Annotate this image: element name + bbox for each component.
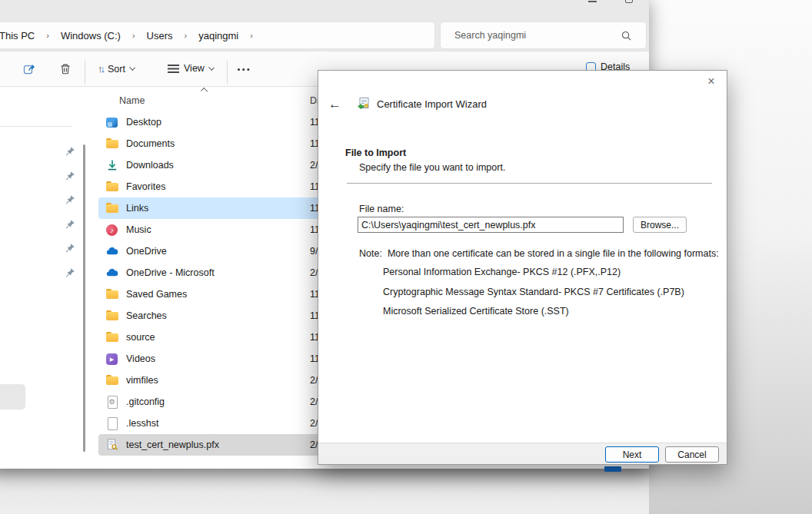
folder-icon bbox=[105, 374, 118, 387]
format-pkcs12: Personal Information Exchange- PKCS #12 … bbox=[383, 267, 621, 277]
chevron-right-icon: › bbox=[125, 31, 142, 40]
dialog-header: ← Certificate Import Wizard bbox=[318, 94, 727, 114]
next-button[interactable]: Next bbox=[605, 446, 659, 463]
file-name: Desktop bbox=[126, 117, 161, 128]
pin-icon[interactable] bbox=[65, 171, 75, 181]
desktop-icon bbox=[105, 116, 118, 129]
file-date: 2/ bbox=[310, 439, 318, 450]
file-name: Music bbox=[126, 224, 151, 235]
certificate-import-wizard-dialog: × ← Certificate Import Wizard File to Im… bbox=[318, 70, 727, 465]
section-subtitle: Specify the file you want to import. bbox=[359, 162, 505, 173]
pin-icon[interactable] bbox=[65, 146, 75, 157]
file-name: test_cert_newplus.pfx bbox=[126, 439, 219, 450]
dialog-footer: Next Cancel bbox=[318, 443, 727, 464]
folder-icon bbox=[105, 181, 118, 194]
file-name: .gitconfig bbox=[126, 396, 165, 407]
file-name: OneDrive - Microsoft bbox=[126, 267, 215, 278]
file-name: Downloads bbox=[126, 160, 174, 171]
trash-icon bbox=[59, 63, 72, 78]
downloads-icon bbox=[105, 159, 118, 172]
more-options-button[interactable] bbox=[238, 68, 249, 71]
toolbar-divider bbox=[227, 61, 228, 84]
cloud-icon bbox=[105, 245, 118, 258]
browse-button[interactable]: Browse... bbox=[633, 217, 687, 233]
file-date: 9/ bbox=[310, 246, 318, 257]
breadcrumb-yaqingmi[interactable]: yaqingmi bbox=[194, 30, 243, 41]
doc-gear-icon bbox=[105, 396, 118, 409]
sort-label: Sort bbox=[108, 64, 125, 75]
nav-divider bbox=[0, 126, 72, 127]
file-name: Searches bbox=[126, 310, 167, 321]
search-input[interactable] bbox=[453, 22, 614, 48]
more-icon bbox=[238, 68, 240, 71]
cancel-button[interactable]: Cancel bbox=[665, 446, 719, 463]
delete-button[interactable] bbox=[59, 63, 72, 78]
file-date: 2/ bbox=[310, 418, 318, 429]
note-body: More than one certificate can be stored … bbox=[388, 248, 719, 259]
close-icon[interactable]: × bbox=[703, 73, 720, 90]
screen: 5 1:45 PM Object File Library 2 KB 5 1:5… bbox=[0, 0, 812, 514]
column-header-name[interactable]: Name bbox=[119, 95, 145, 106]
file-date: 2/ bbox=[310, 267, 318, 278]
format-sst: Microsoft Serialized Certificate Store (… bbox=[383, 306, 569, 317]
folder-icon bbox=[105, 202, 118, 215]
breadcrumb-this-pc[interactable]: This PC bbox=[0, 30, 39, 41]
maximize-icon[interactable] bbox=[625, 0, 633, 3]
file-date: 2/ bbox=[310, 375, 318, 386]
music-icon bbox=[105, 224, 118, 237]
chevron-right-icon: › bbox=[39, 31, 56, 40]
doc-icon bbox=[105, 417, 118, 430]
section-divider bbox=[347, 183, 712, 184]
file-date: 2/ bbox=[310, 160, 318, 171]
file-name: vimfiles bbox=[126, 375, 158, 386]
file-name: OneDrive bbox=[126, 246, 167, 257]
videos-icon bbox=[105, 353, 118, 366]
cert-icon bbox=[105, 439, 118, 452]
sort-icon: ↑↓ bbox=[98, 63, 103, 75]
section-title: File to Import bbox=[345, 148, 406, 158]
nav-scrollbar[interactable] bbox=[83, 144, 85, 452]
file-name-label: File name: bbox=[359, 204, 404, 214]
chevron-down-icon bbox=[129, 65, 135, 71]
sort-button[interactable]: ↑↓ Sort bbox=[98, 63, 135, 75]
selection-fragment bbox=[604, 466, 621, 472]
file-name: Favorites bbox=[126, 181, 165, 192]
file-name: Videos bbox=[126, 353, 155, 364]
pin-icon[interactable] bbox=[65, 267, 75, 278]
cloud-icon bbox=[105, 267, 118, 280]
share-button[interactable] bbox=[23, 63, 36, 78]
pin-icon[interactable] bbox=[65, 243, 75, 254]
file-date: 2/ bbox=[310, 396, 318, 407]
breadcrumb-users[interactable]: Users bbox=[142, 30, 178, 41]
breadcrumb: This PC › Windows (C:) › Users › yaqingm… bbox=[0, 28, 260, 42]
search-icon bbox=[621, 30, 632, 41]
background-window-strip: 5 1:45 PM Object File Library 2 KB 5 1:5… bbox=[0, 469, 649, 514]
back-arrow-icon[interactable]: ← bbox=[328, 98, 341, 111]
view-icon bbox=[168, 65, 179, 66]
pin-icon[interactable] bbox=[65, 219, 75, 230]
file-name: Saved Games bbox=[126, 289, 187, 300]
file-name: source bbox=[126, 332, 155, 343]
nav-selected-item[interactable] bbox=[0, 384, 25, 410]
format-pkcs7: Cryptographic Message Syntax Standard- P… bbox=[383, 287, 684, 297]
certificate-wizard-icon bbox=[357, 97, 371, 111]
note-label: Note: bbox=[359, 248, 382, 259]
search-box[interactable] bbox=[440, 22, 647, 49]
view-button[interactable]: View bbox=[168, 63, 214, 74]
file-name: Links bbox=[126, 203, 148, 214]
minimize-icon[interactable] bbox=[588, 1, 597, 2]
breadcrumb-windows-c[interactable]: Windows (C:) bbox=[56, 30, 125, 41]
chevron-right-icon: › bbox=[178, 31, 195, 40]
note-text: Note:More than one certificate can be st… bbox=[359, 248, 719, 259]
file-name: Documents bbox=[126, 138, 175, 149]
dialog-title: Certificate Import Wizard bbox=[377, 98, 487, 110]
pin-icon[interactable] bbox=[65, 194, 75, 205]
folder-icon bbox=[105, 138, 118, 151]
chevron-right-icon: › bbox=[243, 31, 260, 40]
folder-icon bbox=[105, 331, 118, 344]
share-icon bbox=[23, 63, 36, 78]
file-name-input[interactable] bbox=[358, 217, 624, 233]
toolbar-divider bbox=[85, 61, 85, 84]
folder-icon bbox=[105, 288, 118, 301]
chevron-down-icon bbox=[208, 65, 215, 71]
